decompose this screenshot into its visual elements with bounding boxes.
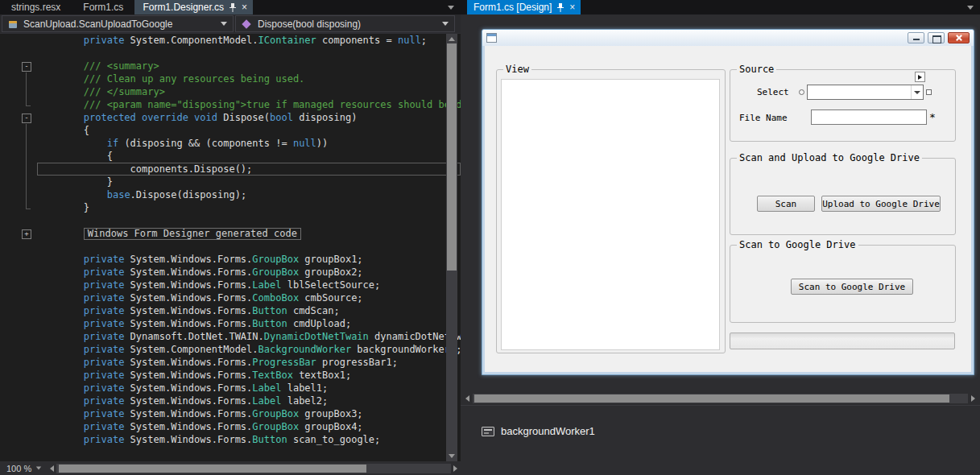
designer-scrollbar-thumb[interactable] bbox=[474, 394, 949, 403]
fold-expand-icon[interactable] bbox=[0, 227, 37, 240]
code-line[interactable]: Windows Form Designer generated code bbox=[0, 227, 461, 240]
groupbox-scan-to-google[interactable]: Scan to Google Drive Scan to Google Driv… bbox=[730, 245, 956, 323]
horizontal-scrollbar-thumb[interactable] bbox=[59, 465, 366, 473]
collapsed-region[interactable]: Windows Form Designer generated code bbox=[84, 228, 301, 240]
scroll-left-icon[interactable] bbox=[50, 465, 54, 472]
smart-tag-button[interactable] bbox=[915, 72, 925, 82]
code-line[interactable]: { bbox=[0, 124, 461, 137]
code-line[interactable]: private System.Windows.Forms.TextBox tex… bbox=[0, 369, 461, 382]
selection-handle[interactable] bbox=[926, 89, 932, 95]
code-line[interactable]: /// </summary> bbox=[0, 85, 461, 98]
selection-handle[interactable] bbox=[799, 89, 804, 95]
code-line[interactable]: /// <param name="disposing">true if mana… bbox=[0, 98, 461, 111]
fold-gutter bbox=[0, 266, 37, 279]
code-line[interactable]: private System.ComponentModel.IContainer… bbox=[0, 34, 461, 47]
code-line[interactable]: private System.Windows.Forms.ComboBox cm… bbox=[0, 291, 461, 304]
code-line[interactable]: private System.Windows.Forms.Label label… bbox=[0, 394, 461, 407]
fold-gutter bbox=[0, 394, 37, 407]
scroll-up-icon[interactable] bbox=[449, 37, 455, 41]
vertical-scrollbar[interactable] bbox=[446, 34, 457, 461]
groupbox-source[interactable]: Source Select File Name * bbox=[730, 69, 956, 142]
pin-icon[interactable] bbox=[557, 3, 564, 12]
design-surface[interactable]: View Source Select File Name * bbox=[461, 14, 980, 392]
scroll-left-icon[interactable] bbox=[465, 395, 469, 402]
tab-list-chevron-icon[interactable] bbox=[967, 6, 974, 10]
form-client-area[interactable]: View Source Select File Name * bbox=[485, 46, 971, 372]
file-name-label[interactable]: File Name bbox=[739, 113, 788, 123]
code-line[interactable]: private System.Windows.Forms.Button scan… bbox=[0, 433, 461, 446]
tray-item-backgroundworker[interactable]: backgroundWorker1 bbox=[482, 425, 595, 437]
code-line[interactable]: private System.Windows.Forms.GroupBox gr… bbox=[0, 407, 461, 420]
scan-to-google-drive-button[interactable]: Scan to Google Drive bbox=[791, 279, 913, 295]
code-line[interactable]: /// <summary> bbox=[0, 60, 461, 72]
code-line[interactable]: private System.Windows.Forms.Button cmdU… bbox=[0, 317, 461, 330]
code-line[interactable]: private System.Windows.Forms.Button cmdS… bbox=[0, 304, 461, 317]
code-line[interactable]: private System.ComponentModel.Background… bbox=[0, 343, 461, 356]
zoom-selector[interactable]: 100 % bbox=[3, 461, 45, 475]
fold-gutter bbox=[0, 176, 37, 188]
scroll-right-icon[interactable] bbox=[971, 395, 975, 402]
maximize-button[interactable] bbox=[928, 32, 945, 43]
code-line[interactable]: } bbox=[0, 176, 461, 188]
pin-icon[interactable] bbox=[229, 3, 236, 12]
scroll-right-icon[interactable] bbox=[453, 465, 457, 472]
fold-gutter bbox=[0, 253, 37, 266]
horizontal-scrollbar[interactable] bbox=[50, 463, 457, 474]
designer-scrollbar-track[interactable] bbox=[473, 394, 968, 403]
groupbox-scan-upload[interactable]: Scan and Upload to Google Drive Scan Upl… bbox=[730, 158, 956, 235]
type-dropdown[interactable]: ScanUpload.ScanUploadToGoogle bbox=[2, 15, 234, 32]
tab-list-chevron-icon[interactable] bbox=[448, 6, 454, 10]
picturebox-view[interactable] bbox=[501, 79, 720, 350]
member-dropdown[interactable]: Dispose(bool disposing) bbox=[235, 15, 455, 32]
code-line[interactable]: if (disposing && (components != null)) bbox=[0, 137, 461, 150]
required-marker-label[interactable]: * bbox=[929, 111, 936, 123]
code-line[interactable]: private System.Windows.Forms.GroupBox gr… bbox=[0, 253, 461, 266]
fold-gutter bbox=[0, 98, 37, 111]
close-button[interactable] bbox=[948, 32, 970, 43]
scan-button[interactable]: Scan bbox=[757, 196, 815, 212]
code-line[interactable]: protected override void Dispose(bool dis… bbox=[0, 111, 461, 124]
code-line[interactable]: } bbox=[0, 201, 461, 214]
code-line[interactable]: private System.Windows.Forms.Label label… bbox=[0, 382, 461, 394]
groupbox-source-label: Source bbox=[737, 64, 776, 75]
textbox-filename[interactable] bbox=[811, 109, 927, 125]
form-titlebar[interactable] bbox=[482, 30, 974, 46]
fold-collapse-icon[interactable] bbox=[0, 111, 37, 124]
tab-form1-designer-cs[interactable]: Form1.Designer.cs × bbox=[134, 0, 253, 14]
code-line[interactable]: private System.Windows.Forms.Label lblSe… bbox=[0, 279, 461, 291]
upload-to-google-drive-button[interactable]: Upload to Google Drive bbox=[821, 196, 941, 212]
tab-strings-resx[interactable]: strings.resx bbox=[0, 0, 72, 14]
code-line[interactable]: private System.Windows.Forms.GroupBox gr… bbox=[0, 420, 461, 433]
progressbar[interactable] bbox=[730, 332, 955, 349]
fold-collapse-icon[interactable] bbox=[0, 60, 37, 72]
minimize-button[interactable] bbox=[908, 32, 924, 43]
code-line[interactable] bbox=[0, 214, 461, 227]
code-line[interactable]: components.Dispose(); bbox=[0, 163, 461, 176]
close-icon[interactable]: × bbox=[242, 2, 247, 12]
code-line[interactable]: /// Clean up any resources being used. bbox=[0, 72, 461, 85]
code-line[interactable]: private System.Windows.Forms.ProgressBar… bbox=[0, 356, 461, 369]
fold-gutter bbox=[0, 34, 37, 47]
code-line[interactable]: private Dynamsoft.DotNet.TWAIN.DynamicDo… bbox=[0, 330, 461, 343]
designer-horizontal-scrollbar[interactable] bbox=[461, 392, 980, 405]
close-icon[interactable]: × bbox=[569, 2, 575, 12]
tab-form1-cs[interactable]: Form1.cs bbox=[72, 0, 134, 14]
code-line[interactable]: { bbox=[0, 150, 461, 163]
chevron-down-icon bbox=[36, 467, 41, 470]
horizontal-scrollbar-track[interactable] bbox=[56, 464, 451, 473]
tab-form1-cs-design[interactable]: Form1.cs [Design] × bbox=[467, 0, 581, 14]
vertical-scrollbar-thumb[interactable] bbox=[447, 43, 457, 271]
code-editor[interactable]: private System.ComponentModel.IContainer… bbox=[0, 34, 461, 461]
code-line[interactable] bbox=[0, 47, 461, 60]
code-line[interactable]: private System.Windows.Forms.GroupBox gr… bbox=[0, 266, 461, 279]
groupbox-view[interactable]: View bbox=[496, 69, 726, 353]
code-line[interactable] bbox=[0, 240, 461, 253]
component-tray[interactable]: backgroundWorker1 bbox=[461, 405, 980, 475]
code-line[interactable]: base.Dispose(disposing); bbox=[0, 188, 461, 201]
combobox-arrow-icon[interactable] bbox=[911, 85, 923, 99]
scroll-down-icon[interactable] bbox=[449, 454, 455, 458]
select-label[interactable]: Select bbox=[757, 87, 789, 97]
fold-gutter bbox=[0, 382, 37, 394]
designed-form[interactable]: View Source Select File Name * bbox=[482, 29, 974, 375]
combobox-source[interactable] bbox=[807, 85, 924, 100]
